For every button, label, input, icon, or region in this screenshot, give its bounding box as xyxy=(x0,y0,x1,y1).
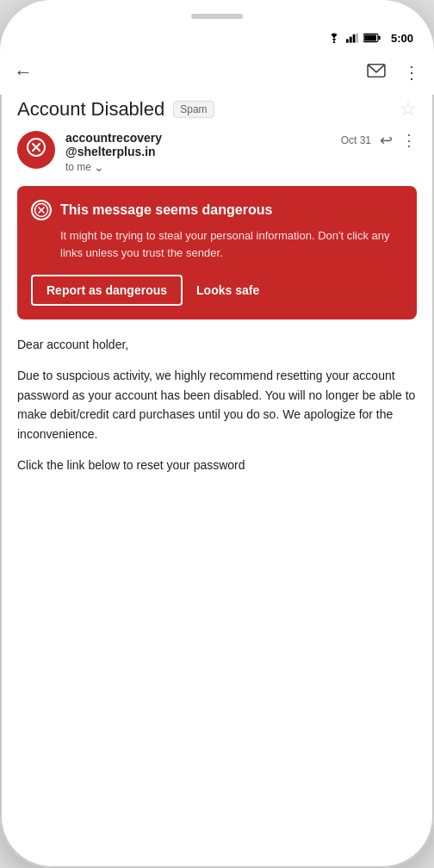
email-subject: Account Disabled xyxy=(17,98,164,121)
sender-actions: Oct 31 ↩ ⋮ xyxy=(341,131,417,150)
svg-rect-1 xyxy=(346,39,349,42)
svg-point-0 xyxy=(333,41,335,43)
svg-rect-2 xyxy=(350,37,352,43)
mail-icon xyxy=(367,63,386,78)
app-bar-left: ← xyxy=(14,61,33,84)
body-greeting: Dear account holder, xyxy=(17,335,417,354)
sender-to: to me ⌄ xyxy=(65,160,417,174)
svg-rect-4 xyxy=(356,33,358,42)
sender-name-block: accountrecovery @shelterplus.in xyxy=(65,131,162,158)
mail-button[interactable] xyxy=(367,63,386,83)
looks-safe-button[interactable]: Looks safe xyxy=(193,276,263,304)
back-button[interactable]: ← xyxy=(14,61,33,84)
report-dangerous-button[interactable]: Report as dangerous xyxy=(31,275,183,306)
sender-name: accountrecovery xyxy=(65,131,162,145)
email-date: Oct 31 xyxy=(341,134,371,146)
phone-notch-bar xyxy=(0,0,434,26)
app-bar: ← ⋮ xyxy=(0,50,434,95)
app-bar-right: ⋮ xyxy=(367,62,420,83)
sender-header-row: accountrecovery @shelterplus.in Oct 31 ↩… xyxy=(65,131,417,158)
to-label: to me xyxy=(65,161,91,173)
signal-icon xyxy=(346,33,358,43)
danger-buttons: Report as dangerous Looks safe xyxy=(31,275,403,306)
svg-rect-7 xyxy=(364,35,376,41)
sender-avatar xyxy=(17,131,55,169)
sender-row: accountrecovery @shelterplus.in Oct 31 ↩… xyxy=(17,131,417,174)
status-time: 5:00 xyxy=(391,32,413,45)
sender-error-icon xyxy=(26,137,46,163)
email-content: Account Disabled Spam ☆ accoun xyxy=(0,95,434,868)
danger-description: It might be trying to steal your persona… xyxy=(60,227,403,261)
spam-badge: Spam xyxy=(173,101,214,118)
reply-button[interactable]: ↩ xyxy=(380,131,393,150)
danger-header: This message seems dangerous xyxy=(31,200,403,220)
phone-notch xyxy=(191,14,243,19)
svg-rect-3 xyxy=(353,34,356,43)
body-cta: Click the link below to reset your passw… xyxy=(17,456,417,474)
email-subject-left: Account Disabled Spam xyxy=(17,98,214,121)
email-subject-row: Account Disabled Spam ☆ xyxy=(17,98,417,121)
chevron-down-icon[interactable]: ⌄ xyxy=(94,160,104,174)
wifi-icon xyxy=(327,33,341,43)
body-main: Due to suspcious activity, we highly rec… xyxy=(17,366,417,443)
status-bar: 5:00 xyxy=(0,26,434,50)
battery-icon xyxy=(363,33,381,43)
danger-banner: This message seems dangerous It might be… xyxy=(17,186,417,319)
danger-title: This message seems dangerous xyxy=(60,202,272,218)
sender-email-address: @shelterplus.in xyxy=(65,145,162,158)
sender-more-button[interactable]: ⋮ xyxy=(401,131,417,150)
phone-shell: 5:00 ← ⋮ Account Disabled Spam ☆ xyxy=(0,0,434,868)
status-icons: 5:00 xyxy=(327,32,413,45)
svg-rect-6 xyxy=(378,36,380,40)
danger-icon xyxy=(31,200,52,220)
sender-info: accountrecovery @shelterplus.in Oct 31 ↩… xyxy=(65,131,417,174)
email-body: Dear account holder, Due to suspcious ac… xyxy=(17,335,417,474)
more-options-button[interactable]: ⋮ xyxy=(403,62,420,83)
star-button[interactable]: ☆ xyxy=(400,98,417,121)
